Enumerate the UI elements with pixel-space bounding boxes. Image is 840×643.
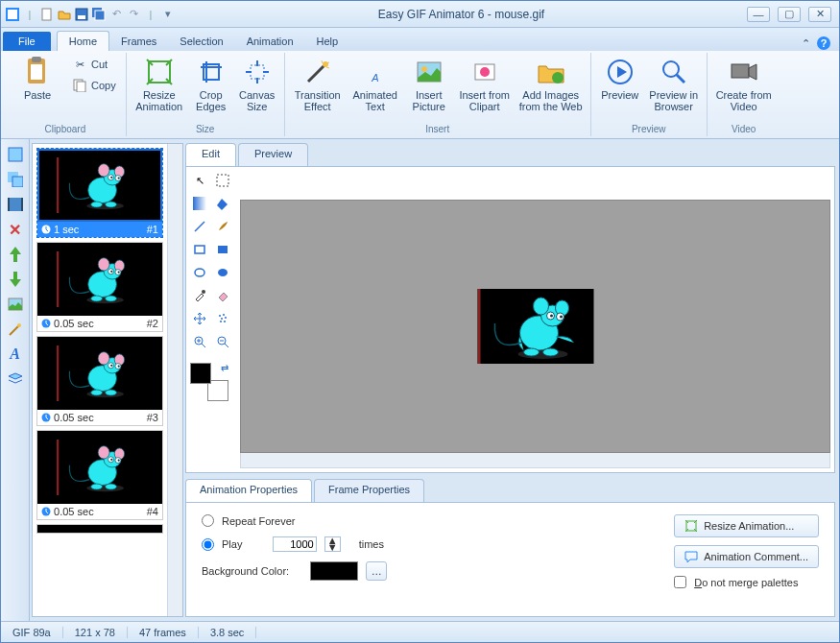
animation-comment-button[interactable]: Animation Comment... xyxy=(674,545,819,568)
tool-line-icon[interactable] xyxy=(190,217,209,236)
frame-item[interactable]: 0.05 sec#3 xyxy=(36,336,163,426)
tool-ellipse-icon[interactable] xyxy=(190,263,209,282)
tool-delete-icon[interactable]: ✕ xyxy=(6,220,25,239)
canvas-image xyxy=(477,289,593,364)
play-count-input[interactable] xyxy=(273,536,317,552)
play-times-radio[interactable] xyxy=(202,538,214,551)
new-icon[interactable] xyxy=(39,7,55,22)
help-icon[interactable]: ? xyxy=(816,36,831,51)
tab-help[interactable]: Help xyxy=(305,32,350,51)
tab-edit[interactable]: Edit xyxy=(185,143,236,166)
save-icon[interactable] xyxy=(74,7,89,22)
tool-brush-icon[interactable] xyxy=(213,217,232,236)
tool-new-frame-icon[interactable] xyxy=(6,145,25,164)
animated-text-button[interactable]: AAnimated Text xyxy=(348,55,402,114)
undo-icon[interactable]: ↶ xyxy=(108,7,124,22)
tool-filmstrip-icon[interactable] xyxy=(6,195,25,214)
frame-item[interactable]: 0.05 sec#4 xyxy=(36,430,163,520)
frame-item[interactable] xyxy=(36,524,163,534)
group-video: Create from Video Video xyxy=(708,53,780,136)
save-all-icon[interactable] xyxy=(91,7,107,22)
frame-scrollbar[interactable] xyxy=(167,144,182,616)
svg-point-55 xyxy=(110,271,112,273)
tool-zoom-in-icon[interactable] xyxy=(190,332,209,351)
frame-thumbnail xyxy=(37,337,162,410)
play-times-option[interactable]: Play ▲▼ times xyxy=(202,536,387,552)
svg-point-115 xyxy=(542,348,558,356)
tab-animation-properties[interactable]: Animation Properties xyxy=(185,479,312,502)
tool-rect-icon[interactable] xyxy=(190,240,209,259)
preview-button[interactable]: Preview xyxy=(597,55,643,103)
tab-frame-properties[interactable]: Frame Properties xyxy=(314,479,424,502)
canvas-size-button[interactable]: Canvas Size xyxy=(236,55,278,114)
swap-colors-icon[interactable]: ⇄ xyxy=(221,363,228,373)
tool-text-icon[interactable]: A xyxy=(6,345,25,364)
cut-button[interactable]: ✂Cut xyxy=(68,55,120,74)
paste-button[interactable]: Paste xyxy=(11,55,64,103)
foreground-color[interactable] xyxy=(190,363,211,384)
svg-point-91 xyxy=(195,269,204,276)
create-from-video-button[interactable]: Create from Video xyxy=(713,55,775,114)
tab-frames[interactable]: Frames xyxy=(109,32,168,51)
tool-gradient-icon[interactable] xyxy=(190,194,209,213)
open-icon[interactable] xyxy=(57,7,72,22)
merge-palettes-checkbox[interactable] xyxy=(674,576,686,588)
tab-home[interactable]: Home xyxy=(57,31,109,51)
bgcolor-picker-button[interactable]: … xyxy=(366,561,387,581)
tool-zoom-out-icon[interactable] xyxy=(213,332,232,351)
tool-rect-fill-icon[interactable] xyxy=(213,240,232,259)
copy-icon xyxy=(72,78,87,93)
svg-point-58 xyxy=(91,296,103,301)
resize-animation-button[interactable]: Resize Animation xyxy=(132,55,186,114)
horizontal-scrollbar[interactable] xyxy=(240,453,830,468)
tool-layers-icon[interactable] xyxy=(6,369,25,389)
repeat-forever-radio[interactable] xyxy=(202,514,214,527)
svg-point-85 xyxy=(106,484,117,489)
tool-ellipse-fill-icon[interactable] xyxy=(213,263,232,282)
canvas[interactable] xyxy=(240,200,830,453)
tool-pointer-icon[interactable]: ↖ xyxy=(190,171,209,190)
frame-item[interactable]: 1 sec#1 xyxy=(36,148,163,238)
bgcolor-swatch[interactable] xyxy=(310,561,358,581)
insert-picture-button[interactable]: Insert Picture xyxy=(406,55,452,114)
group-label-size: Size xyxy=(196,124,214,134)
tool-fill-icon[interactable] xyxy=(213,194,232,213)
tool-eraser-icon[interactable] xyxy=(213,286,232,305)
tool-spray-icon[interactable] xyxy=(213,309,232,328)
add-from-web-button[interactable]: Add Images from the Web xyxy=(517,55,585,114)
svg-rect-35 xyxy=(57,157,59,213)
minimize-button[interactable]: — xyxy=(747,7,770,22)
insert-clipart-button[interactable]: Insert from Clipart xyxy=(456,55,514,114)
ribbon-collapse-icon[interactable]: ⌃ xyxy=(802,37,810,50)
preview-browser-button[interactable]: Preview in Browser xyxy=(647,55,701,114)
tool-eyedropper-icon[interactable] xyxy=(190,286,209,305)
tool-marquee-icon[interactable] xyxy=(213,171,232,190)
redo-icon[interactable]: ↷ xyxy=(126,7,141,22)
status-dimensions: 121 x 78 xyxy=(63,627,128,638)
tool-move-icon[interactable] xyxy=(190,309,209,328)
copy-button[interactable]: Copy xyxy=(68,76,120,95)
close-button[interactable]: ✕ xyxy=(808,7,831,22)
merge-palettes-option[interactable]: Do not merge palettes xyxy=(674,576,819,588)
crop-edges-button[interactable]: Crop Edges xyxy=(190,55,232,114)
transition-effect-button[interactable]: Transition Effect xyxy=(291,55,345,114)
tool-duplicate-icon[interactable] xyxy=(6,170,25,189)
tool-wand-icon[interactable] xyxy=(6,320,25,339)
tool-down-arrow-icon[interactable] xyxy=(6,270,25,289)
qat-dropdown-icon[interactable]: ▾ xyxy=(160,7,176,22)
properties-panel: Repeat Forever Play ▲▼ times Background … xyxy=(185,502,835,617)
tool-up-arrow-icon[interactable] xyxy=(6,245,25,264)
frame-item[interactable]: 0.05 sec#2 xyxy=(36,242,163,332)
maximize-button[interactable]: ▢ xyxy=(778,7,801,22)
file-menu-button[interactable]: File xyxy=(3,32,51,51)
tab-animation[interactable]: Animation xyxy=(235,32,305,51)
color-swatch[interactable]: ⇄ xyxy=(190,363,228,401)
tool-picture-icon[interactable] xyxy=(6,295,25,314)
svg-point-22 xyxy=(480,67,490,77)
repeat-forever-option[interactable]: Repeat Forever xyxy=(202,514,387,527)
spin-down[interactable]: ▼ xyxy=(325,544,340,551)
tab-preview[interactable]: Preview xyxy=(238,143,308,166)
wand-icon xyxy=(302,57,333,87)
tab-selection[interactable]: Selection xyxy=(168,32,234,51)
resize-animation-prop-button[interactable]: Resize Animation... xyxy=(674,514,819,537)
